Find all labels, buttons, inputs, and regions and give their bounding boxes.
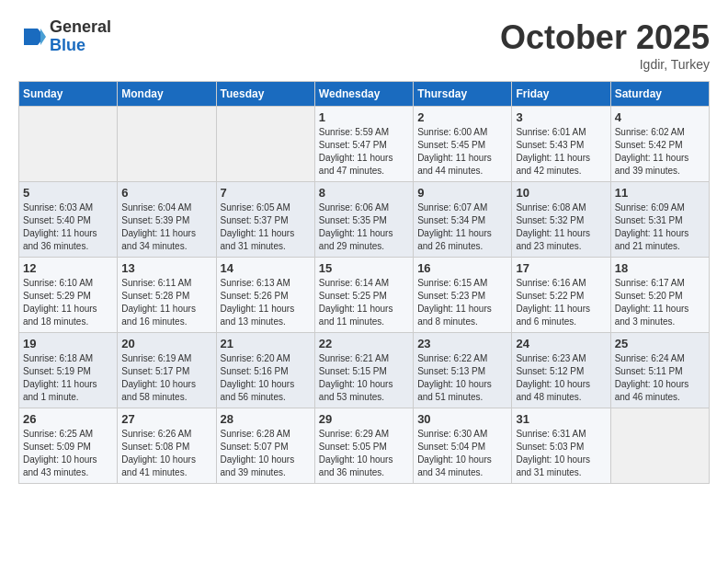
day-info: Sunrise: 6:04 AM Sunset: 5:39 PM Dayligh…: [121, 201, 211, 253]
day-number: 12: [23, 261, 113, 275]
day-info: Sunrise: 6:24 AM Sunset: 5:11 PM Dayligh…: [615, 352, 705, 404]
calendar-day-cell: 23Sunrise: 6:22 AM Sunset: 5:13 PM Dayli…: [414, 333, 512, 408]
location: Igdir, Turkey: [500, 57, 710, 72]
day-number: 18: [615, 261, 705, 275]
calendar-day-cell: 20Sunrise: 6:19 AM Sunset: 5:17 PM Dayli…: [118, 333, 216, 408]
month-title: October 2025: [500, 18, 710, 57]
calendar-day-cell: 6Sunrise: 6:04 AM Sunset: 5:39 PM Daylig…: [118, 182, 216, 258]
day-info: Sunrise: 6:01 AM Sunset: 5:43 PM Dayligh…: [516, 126, 606, 178]
calendar-day-cell: 28Sunrise: 6:28 AM Sunset: 5:07 PM Dayli…: [216, 408, 314, 484]
day-number: 3: [516, 110, 606, 124]
calendar-day-cell: 8Sunrise: 6:06 AM Sunset: 5:35 PM Daylig…: [314, 182, 413, 258]
day-number: 5: [23, 186, 113, 200]
day-number: 16: [417, 261, 507, 275]
day-info: Sunrise: 6:28 AM Sunset: 5:07 PM Dayligh…: [221, 428, 311, 479]
day-number: 29: [319, 412, 409, 426]
calendar-day-cell: 1Sunrise: 5:59 AM Sunset: 5:47 PM Daylig…: [314, 107, 413, 182]
day-info: Sunrise: 6:00 AM Sunset: 5:45 PM Dayligh…: [417, 126, 507, 178]
calendar-week-row: 5Sunrise: 6:03 AM Sunset: 5:40 PM Daylig…: [19, 182, 710, 258]
logo-icon: [18, 23, 46, 51]
calendar-week-row: 12Sunrise: 6:10 AM Sunset: 5:29 PM Dayli…: [19, 258, 710, 333]
calendar-day-cell: 10Sunrise: 6:08 AM Sunset: 5:32 PM Dayli…: [512, 182, 610, 258]
day-info: Sunrise: 6:15 AM Sunset: 5:23 PM Dayligh…: [417, 277, 507, 328]
calendar-day-cell: 2Sunrise: 6:00 AM Sunset: 5:45 PM Daylig…: [414, 107, 512, 182]
day-number: 14: [221, 261, 311, 275]
day-header: Thursday: [414, 82, 512, 107]
day-number: 4: [615, 110, 705, 124]
calendar-day-cell: 21Sunrise: 6:20 AM Sunset: 5:16 PM Dayli…: [216, 333, 314, 408]
day-number: 7: [221, 186, 311, 200]
day-info: Sunrise: 6:07 AM Sunset: 5:34 PM Dayligh…: [417, 201, 507, 253]
calendar-day-cell: 22Sunrise: 6:21 AM Sunset: 5:15 PM Dayli…: [314, 333, 413, 408]
day-number: 13: [121, 261, 211, 275]
calendar-day-cell: 14Sunrise: 6:13 AM Sunset: 5:26 PM Dayli…: [216, 258, 314, 333]
day-info: Sunrise: 6:10 AM Sunset: 5:29 PM Dayligh…: [23, 277, 113, 328]
day-info: Sunrise: 6:03 AM Sunset: 5:40 PM Dayligh…: [23, 201, 113, 253]
day-info: Sunrise: 6:31 AM Sunset: 5:03 PM Dayligh…: [516, 428, 606, 479]
calendar-table: SundayMondayTuesdayWednesdayThursdayFrid…: [18, 81, 710, 484]
calendar-day-cell: 27Sunrise: 6:26 AM Sunset: 5:08 PM Dayli…: [118, 408, 216, 484]
day-info: Sunrise: 6:13 AM Sunset: 5:26 PM Dayligh…: [221, 277, 311, 328]
day-number: 2: [417, 110, 507, 124]
calendar-day-cell: [118, 107, 216, 182]
day-info: Sunrise: 5:59 AM Sunset: 5:47 PM Dayligh…: [319, 126, 409, 178]
day-info: Sunrise: 6:17 AM Sunset: 5:20 PM Dayligh…: [615, 277, 705, 328]
day-number: 10: [516, 186, 606, 200]
page-header: General Blue October 2025 Igdir, Turkey: [18, 18, 710, 72]
day-info: Sunrise: 6:23 AM Sunset: 5:12 PM Dayligh…: [516, 352, 606, 404]
calendar-day-cell: 24Sunrise: 6:23 AM Sunset: 5:12 PM Dayli…: [512, 333, 610, 408]
logo: General Blue: [18, 18, 111, 55]
calendar-day-cell: 5Sunrise: 6:03 AM Sunset: 5:40 PM Daylig…: [19, 182, 118, 258]
day-info: Sunrise: 6:02 AM Sunset: 5:42 PM Dayligh…: [615, 126, 705, 178]
day-info: Sunrise: 6:06 AM Sunset: 5:35 PM Dayligh…: [319, 201, 409, 253]
day-info: Sunrise: 6:22 AM Sunset: 5:13 PM Dayligh…: [417, 352, 507, 404]
calendar-week-row: 26Sunrise: 6:25 AM Sunset: 5:09 PM Dayli…: [19, 408, 710, 484]
day-info: Sunrise: 6:08 AM Sunset: 5:32 PM Dayligh…: [516, 201, 606, 253]
calendar-week-row: 1Sunrise: 5:59 AM Sunset: 5:47 PM Daylig…: [19, 107, 710, 182]
day-info: Sunrise: 6:05 AM Sunset: 5:37 PM Dayligh…: [221, 201, 311, 253]
calendar-day-cell: 18Sunrise: 6:17 AM Sunset: 5:20 PM Dayli…: [610, 258, 709, 333]
day-info: Sunrise: 6:30 AM Sunset: 5:04 PM Dayligh…: [417, 428, 507, 479]
day-header: Saturday: [610, 82, 709, 107]
day-info: Sunrise: 6:14 AM Sunset: 5:25 PM Dayligh…: [319, 277, 409, 328]
calendar-day-cell: 11Sunrise: 6:09 AM Sunset: 5:31 PM Dayli…: [610, 182, 709, 258]
day-info: Sunrise: 6:16 AM Sunset: 5:22 PM Dayligh…: [516, 277, 606, 328]
calendar-day-cell: 25Sunrise: 6:24 AM Sunset: 5:11 PM Dayli…: [610, 333, 709, 408]
calendar-day-cell: 29Sunrise: 6:29 AM Sunset: 5:05 PM Dayli…: [314, 408, 413, 484]
day-header: Monday: [118, 82, 216, 107]
calendar-day-cell: 31Sunrise: 6:31 AM Sunset: 5:03 PM Dayli…: [512, 408, 610, 484]
day-number: 17: [516, 261, 606, 275]
day-number: 23: [417, 337, 507, 350]
calendar-day-cell: 17Sunrise: 6:16 AM Sunset: 5:22 PM Dayli…: [512, 258, 610, 333]
day-number: 27: [121, 412, 211, 426]
day-info: Sunrise: 6:21 AM Sunset: 5:15 PM Dayligh…: [319, 352, 409, 404]
day-info: Sunrise: 6:18 AM Sunset: 5:19 PM Dayligh…: [23, 352, 113, 404]
day-header: Tuesday: [216, 82, 314, 107]
calendar-day-cell: 19Sunrise: 6:18 AM Sunset: 5:19 PM Dayli…: [19, 333, 118, 408]
calendar-week-row: 19Sunrise: 6:18 AM Sunset: 5:19 PM Dayli…: [19, 333, 710, 408]
logo-blue-text: Blue: [50, 37, 111, 55]
day-number: 19: [23, 337, 113, 350]
day-number: 28: [221, 412, 311, 426]
calendar-day-cell: [610, 408, 709, 484]
day-info: Sunrise: 6:20 AM Sunset: 5:16 PM Dayligh…: [221, 352, 311, 404]
calendar-day-cell: [19, 107, 118, 182]
day-number: 1: [319, 110, 409, 124]
calendar-day-cell: 12Sunrise: 6:10 AM Sunset: 5:29 PM Dayli…: [19, 258, 118, 333]
calendar-day-cell: 26Sunrise: 6:25 AM Sunset: 5:09 PM Dayli…: [19, 408, 118, 484]
title-block: October 2025 Igdir, Turkey: [500, 18, 710, 72]
day-number: 21: [221, 337, 311, 350]
day-header: Wednesday: [314, 82, 413, 107]
calendar-day-cell: 16Sunrise: 6:15 AM Sunset: 5:23 PM Dayli…: [414, 258, 512, 333]
day-info: Sunrise: 6:11 AM Sunset: 5:28 PM Dayligh…: [121, 277, 211, 328]
logo-general-text: General: [50, 18, 111, 37]
calendar-day-cell: 7Sunrise: 6:05 AM Sunset: 5:37 PM Daylig…: [216, 182, 314, 258]
calendar-day-cell: 3Sunrise: 6:01 AM Sunset: 5:43 PM Daylig…: [512, 107, 610, 182]
calendar-header-row: SundayMondayTuesdayWednesdayThursdayFrid…: [19, 82, 710, 107]
day-number: 11: [615, 186, 705, 200]
calendar-day-cell: [216, 107, 314, 182]
day-number: 30: [417, 412, 507, 426]
calendar-day-cell: 4Sunrise: 6:02 AM Sunset: 5:42 PM Daylig…: [610, 107, 709, 182]
day-number: 6: [121, 186, 211, 200]
day-number: 22: [319, 337, 409, 350]
